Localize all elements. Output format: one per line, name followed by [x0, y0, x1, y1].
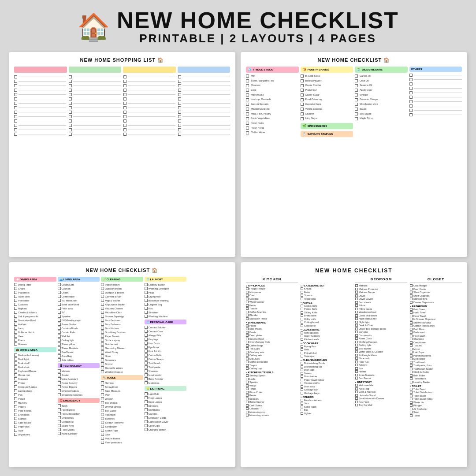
dining-items: Dining Table Chairs Placemats Table clot…: [14, 283, 56, 346]
kitchen-column: KITCHEN APPLIANCES Fridge/Freezer Microw…: [246, 277, 298, 417]
check-line: [14, 119, 66, 123]
check-line: [14, 84, 66, 87]
check-line: [178, 93, 230, 96]
col-dining-office: 🍽️ DINING AREA Dining Table Chairs Place…: [14, 277, 56, 445]
check-line: [14, 111, 66, 114]
check-line: [14, 75, 66, 78]
bedroom-column: BEDROOM Matrass Matrass Protector Matras…: [355, 277, 407, 417]
check-line: [178, 97, 230, 100]
lightning-items: Light Bulb Floor Lamps Desk Lamps Dimmer…: [145, 392, 187, 431]
check-line: [178, 84, 230, 87]
pantry-section: 🍞PANTRY BAKING Bi Carb Soda Baking Powde…: [301, 67, 353, 139]
color-box-green: [69, 67, 122, 73]
check-line: [123, 111, 175, 114]
check-line: [178, 80, 230, 83]
dining-area-header: 🍽️ DINING AREA: [14, 277, 56, 282]
check-line: [178, 133, 230, 136]
check-line: [14, 115, 66, 118]
check-line: [69, 93, 121, 96]
color-box-blue: [178, 67, 231, 73]
tools-items: Hammer Screwdriver Tape Measure Plier Wr…: [101, 381, 143, 444]
check-line: [14, 102, 66, 105]
check-line: [69, 133, 121, 136]
tech-items: Modem Router Voice Assistant Home Securi…: [58, 369, 100, 396]
page4-title: NEW HOME CHECKLIST: [246, 268, 462, 274]
cookware-subsection: COOKWARE: [301, 342, 353, 345]
check-line: [14, 128, 66, 131]
others-section: OTHERS: [409, 67, 462, 139]
check-line: [69, 75, 121, 78]
col-living: 🛋️ LIVING AREA Couch/Sofa Cushion Chairs…: [58, 277, 100, 445]
check-line: [178, 119, 230, 123]
pantry-items: Bi Carb Soda Baking Powder Cocoa Powder …: [301, 74, 353, 120]
check-line: [69, 80, 121, 83]
check-line: [69, 102, 121, 105]
check-line: [14, 97, 66, 100]
shopping-lines-grid: [14, 75, 230, 137]
col-cleaning: 🧹 CLEANING Indoor Broom Outdoor Broom Du…: [101, 277, 143, 445]
main-subtitle: PRINTABLE | 2 LAYOUTS | 4 PAGES: [117, 32, 399, 45]
kitchen-utensils-subsection: KITCHEN UTENSILS: [246, 371, 298, 374]
office-items: Desk(with drawers) Desk light Book shelf…: [14, 353, 56, 436]
fridge-header: 🧊FRIDGE STOCK: [246, 67, 299, 73]
check-line: [178, 89, 230, 92]
check-line: [123, 128, 175, 131]
personal-care-header: 🧴 PERSONAL CARE: [145, 320, 187, 324]
col3: [123, 75, 175, 137]
main-title: NEW HOME CHECKLIST: [117, 9, 399, 32]
entryway-subsection: ENTRYWAY: [355, 381, 407, 383]
oils-header: 🫙OILS/VINEGARS: [355, 67, 408, 73]
closet-column: CLOSET Coat Hanger Door Hooks Shoe Organ…: [410, 277, 462, 417]
closet-title: CLOSET: [410, 277, 462, 283]
check-line: [123, 84, 175, 87]
flateware-subsection: FLATEWARE SET: [301, 284, 353, 287]
check-line: [178, 115, 230, 118]
cleaning-items: Indoor Broom Outdoor Broom Dustpan & Bro…: [101, 283, 143, 373]
check-line: [178, 102, 230, 105]
knives-subsection: KNIVES: [301, 301, 353, 304]
main-container: 🏠 NEW HOME CHECKLIST PRINTABLE | 2 LAYOU…: [0, 0, 476, 476]
check-line: [123, 75, 175, 78]
laundry-header: 👕 LAUNDRY: [145, 277, 187, 282]
col4: [178, 75, 230, 137]
personal-care-items: Contact Solution Contact Case Allergy Pi…: [145, 326, 187, 384]
check-line: [123, 106, 175, 109]
tools-header: 🔧 TOOLS: [101, 375, 143, 380]
toilet-subsection: TOILET: [410, 385, 462, 387]
glassware-subsection: GLASSWARE: [301, 328, 353, 331]
check-line: [123, 133, 175, 136]
check-line: [178, 111, 230, 114]
lightning-header: 💡 LIGHTNING: [145, 386, 187, 391]
check-line: [14, 124, 66, 127]
color-headers: [14, 67, 230, 73]
oils-items: Canola Oil Olive Oil Sesame Oil Apple Ci…: [355, 74, 408, 120]
bedroom-title: BEDROOM: [355, 277, 407, 283]
check-line: [123, 102, 175, 105]
page-pantry-checklist: NEW HOME CHECKLIST 🏠 🧊FRIDGE STOCK Milk …: [241, 52, 467, 257]
emergency-header: 🚨 EMERGENCY: [58, 398, 100, 403]
fridge-items: Milk Butter, Margarine, etc Cheeses Eggs…: [246, 74, 299, 134]
page-shopping-list: NEW HOME SHOPPING LIST 🏠: [9, 52, 235, 257]
check-line: [14, 106, 66, 109]
check-line: [69, 119, 121, 123]
page2-title: NEW HOME CHECKLIST 🏠: [246, 57, 462, 63]
check-line: [178, 128, 230, 131]
bathroom-subsection: BATHROOM: [410, 305, 462, 308]
room-grid: 🍽️ DINING AREA Dining Table Chairs Place…: [14, 277, 230, 445]
check-line: [123, 80, 175, 83]
check-line: [14, 133, 66, 136]
pages-grid: NEW HOME SHOPPING LIST 🏠: [9, 52, 467, 467]
page1-title: NEW HOME SHOPPING LIST 🏠: [14, 57, 230, 63]
spices-header: 🌿SPICES/HERBS: [301, 123, 353, 129]
check-line: [14, 80, 66, 83]
col1: [14, 75, 66, 137]
oils-section: 🫙OILS/VINEGARS Canola Oil Olive Oil Sesa…: [355, 67, 408, 139]
kitchen-column2: KITCHEN FLATEWARE SET Knives Forks Spoon…: [301, 277, 353, 417]
kitchen-others-subsection: OTHERS: [301, 396, 353, 398]
kitchen-title: KITCHEN: [246, 277, 298, 283]
page3-title: NEW HOME CHECKLIST 🏠: [14, 268, 230, 273]
col-laundry: 👕 LAUNDRY Laundry Basket Washing Deterge…: [145, 277, 187, 445]
laundry-items: Laundry Basket Washing Detergent Pegs Dr…: [145, 283, 187, 318]
check-line: [69, 97, 121, 100]
check-line: [69, 128, 121, 131]
